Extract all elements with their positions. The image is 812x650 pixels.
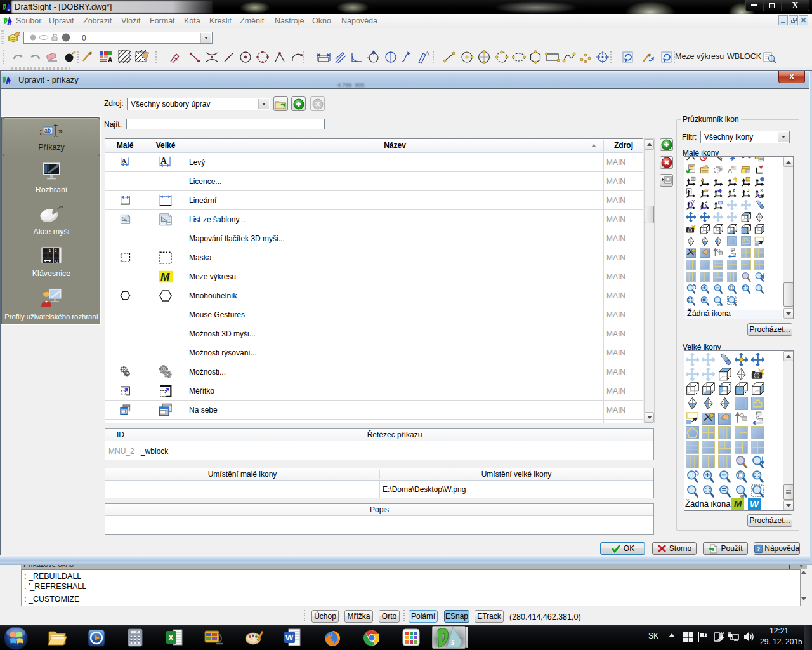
svg-text:x: x: [761, 188, 763, 193]
svg-text:xn: xn: [717, 303, 721, 306]
svg-text:»: »: [58, 127, 63, 136]
svg-text:s: s: [7, 81, 9, 84]
svg-text:?: ?: [757, 545, 761, 552]
svg-text:z: z: [705, 200, 708, 204]
svg-text:ab: ab: [44, 128, 51, 134]
svg-text:n: n: [584, 58, 587, 64]
svg-text:z: z: [733, 188, 735, 193]
svg-text:s: s: [450, 637, 455, 647]
svg-text:X: X: [168, 633, 174, 642]
svg-text:W: W: [285, 633, 294, 642]
svg-text::: :: [39, 127, 42, 136]
svg-text:A: A: [108, 56, 112, 63]
svg-text:A: A: [160, 156, 167, 165]
svg-text:A: A: [121, 157, 126, 164]
svg-text:0: 0: [136, 630, 138, 634]
svg-text:Q: Q: [55, 259, 58, 263]
svg-text:s: s: [8, 22, 10, 25]
svg-text:s: s: [8, 8, 10, 11]
svg-text:A: A: [728, 167, 732, 174]
svg-text:3: 3: [747, 188, 750, 193]
svg-text:M: M: [160, 270, 170, 283]
